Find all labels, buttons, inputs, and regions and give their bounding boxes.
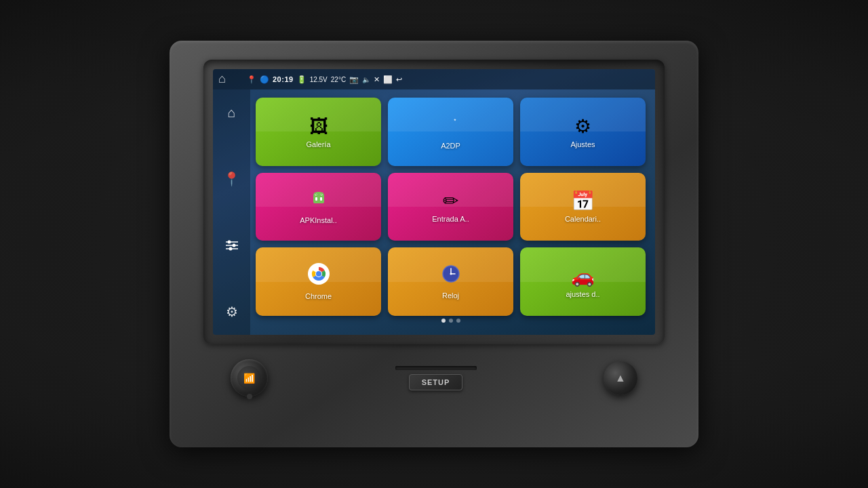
- x-status-icon: ✕: [374, 75, 380, 84]
- sidebar-home-icon[interactable]: ⌂: [220, 100, 244, 125]
- left-bg: [0, 0, 190, 488]
- a2dp-icon: *: [441, 114, 460, 139]
- window-status-icon: ⬜: [383, 75, 393, 84]
- signal-icon: 📶: [237, 366, 261, 390]
- reloj-icon: [441, 264, 461, 289]
- app-tile-calendario[interactable]: 📅 Calendari..: [520, 173, 646, 241]
- svg-point-5: [229, 247, 232, 251]
- app-grid-area: 🖼 Galería *: [250, 89, 655, 335]
- camera-status-icon: 📷: [349, 75, 359, 84]
- card-slot: [395, 366, 477, 370]
- volume-status-icon: 🔈: [362, 76, 370, 83]
- apk-icon: [309, 188, 329, 214]
- page-dot-3: [456, 319, 460, 323]
- app-tile-galeria[interactable]: 🖼 Galería: [256, 98, 381, 166]
- battery-status-icon: 🔋: [297, 75, 307, 84]
- console-bezel: ⌂ 📍 🔵 20:19 🔋 12.5V 22°C 📷 🔈 ✕ ⬜ ↩: [170, 41, 698, 447]
- setup-button[interactable]: SETUP: [409, 374, 463, 390]
- app-tile-chrome[interactable]: Chrome: [256, 247, 381, 316]
- a2dp-label: A2DP: [441, 142, 460, 150]
- page-dot-2: [449, 319, 453, 323]
- app-tile-apk[interactable]: APKInstal..: [256, 173, 381, 241]
- location-status-icon: 📍: [247, 75, 256, 84]
- page-dot-1: [441, 319, 446, 323]
- home-icon[interactable]: ⌂: [218, 72, 226, 86]
- right-bg: [678, 0, 868, 488]
- galeria-icon: 🖼: [309, 115, 328, 138]
- bluetooth-status-icon: 🔵: [260, 75, 269, 84]
- calendario-label: Calendari..: [565, 215, 601, 223]
- sidebar: ⌂ 📍 ⚙: [213, 89, 250, 335]
- back-status-icon: ↩: [396, 75, 402, 84]
- svg-rect-14: [320, 197, 322, 201]
- sidebar-settings-icon[interactable]: ⚙: [220, 300, 244, 324]
- svg-text:*: *: [454, 117, 456, 124]
- entrada-icon: ✏: [443, 190, 458, 212]
- screen-frame: ⌂ 📍 🔵 20:19 🔋 12.5V 22°C 📷 🔈 ✕ ⬜ ↩: [203, 60, 665, 344]
- ajustes-label: Ajustes: [570, 140, 595, 148]
- chrome-label: Chrome: [305, 292, 332, 300]
- svg-point-23: [450, 273, 452, 275]
- android-screen: ⌂ 📍 🔵 20:19 🔋 12.5V 22°C 📷 🔈 ✕ ⬜ ↩: [213, 69, 655, 335]
- svg-point-1: [227, 241, 231, 244]
- chrome-icon: [308, 263, 330, 289]
- sidebar-location-icon[interactable]: 📍: [220, 167, 244, 191]
- temp-text: 22°C: [331, 76, 346, 83]
- entrada-label: Entrada A..: [432, 215, 469, 223]
- ajustesd-icon: 🚗: [571, 265, 595, 287]
- apk-label: APKInstal..: [300, 216, 336, 224]
- page-dots: [441, 319, 460, 323]
- reloj-label: Reloj: [442, 291, 459, 300]
- car-background: ⌂ 📍 🔵 20:19 🔋 12.5V 22°C 📷 🔈 ✕ ⬜ ↩: [0, 0, 868, 488]
- status-time: 20:19: [273, 75, 294, 83]
- status-left-icons: 📍 🔵 20:19 🔋 12.5V 22°C 📷 🔈 ✕ ⬜ ↩: [247, 75, 402, 84]
- svg-point-3: [232, 244, 235, 247]
- app-tile-a2dp[interactable]: * A2DP: [388, 98, 513, 166]
- console-bottom: 📶 SETUP ▲: [203, 350, 665, 406]
- main-content: ⌂ 📍 ⚙: [213, 89, 655, 335]
- app-tile-entrada[interactable]: ✏ Entrada A..: [388, 173, 513, 241]
- eject-knob[interactable]: ▲: [604, 361, 637, 395]
- app-tile-ajustesd[interactable]: 🚗 ajustes d..: [520, 247, 646, 316]
- console-center: SETUP: [395, 366, 477, 390]
- svg-rect-13: [315, 197, 317, 201]
- status-bar: ⌂ 📍 🔵 20:19 🔋 12.5V 22°C 📷 🔈 ✕ ⬜ ↩: [213, 69, 655, 89]
- calendario-icon: 📅: [571, 190, 595, 212]
- app-grid: 🖼 Galería *: [256, 98, 646, 316]
- sidebar-sliders-icon[interactable]: [220, 233, 244, 258]
- galeria-label: Galería: [306, 140, 330, 148]
- svg-rect-8: [313, 195, 324, 203]
- ajustesd-label: ajustes d..: [566, 290, 599, 298]
- eject-icon: ▲: [615, 372, 626, 384]
- voltage-text: 12.5V: [310, 76, 328, 83]
- app-tile-reloj[interactable]: Reloj: [388, 247, 513, 316]
- ajustes-icon: ⚙: [574, 115, 591, 138]
- app-tile-ajustes[interactable]: ⚙ Ajustes: [520, 98, 646, 166]
- left-knob[interactable]: 📶: [231, 359, 268, 396]
- svg-point-17: [316, 271, 321, 277]
